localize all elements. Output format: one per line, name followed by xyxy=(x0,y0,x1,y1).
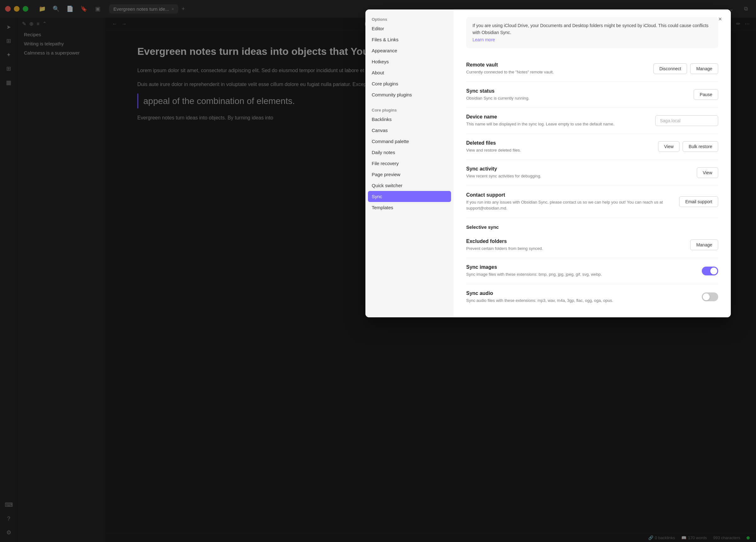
sidebar-item-about[interactable]: About xyxy=(365,67,454,78)
sync-images-title: Sync images xyxy=(466,264,696,270)
sidebar-item-quick-switcher[interactable]: Quick switcher xyxy=(365,180,454,191)
sync-images-info: Sync images Sync image files with these … xyxy=(466,264,696,278)
toggle-knob xyxy=(710,267,717,275)
contact-support-info: Contact support If you run into any issu… xyxy=(466,192,673,211)
sync-audio-row: Sync audio Sync audio files with these e… xyxy=(466,284,718,310)
dialog-overlay: × Options Editor Files & Links Appearanc… xyxy=(0,0,756,542)
remote-vault-title: Remote vault xyxy=(466,62,647,68)
sidebar-item-file-recovery[interactable]: File recovery xyxy=(365,158,454,169)
sync-activity-actions: View xyxy=(697,167,718,178)
sidebar-item-canvas[interactable]: Canvas xyxy=(365,125,454,136)
sidebar-item-core-plugins[interactable]: Core plugins xyxy=(365,78,454,89)
info-banner: If you are using iCloud Drive, your Docu… xyxy=(466,17,718,48)
selective-sync-heading: Selective sync xyxy=(466,218,718,232)
sidebar-item-appearance[interactable]: Appearance xyxy=(365,45,454,56)
remote-vault-row: Remote vault Currently connected to the … xyxy=(466,56,718,82)
sidebar-item-daily-notes[interactable]: Daily notes xyxy=(365,147,454,158)
core-plugins-section-label: Core plugins xyxy=(365,105,454,114)
remote-vault-desc: Currently connected to the "Notes" remot… xyxy=(466,69,647,75)
sync-audio-actions xyxy=(702,293,718,301)
dialog-close-button[interactable]: × xyxy=(716,14,725,23)
device-name-row: Device name This name will be displayed … xyxy=(466,108,718,134)
sync-audio-title: Sync audio xyxy=(466,291,696,296)
dialog-main: If you are using iCloud Drive, your Docu… xyxy=(454,9,731,317)
excluded-folders-title: Excluded folders xyxy=(466,238,684,244)
sync-status-desc: Obsidian Sync is currently running. xyxy=(466,95,687,101)
contact-support-desc: If you run into any issues with Obsidian… xyxy=(466,199,673,211)
settings-dialog: × Options Editor Files & Links Appearanc… xyxy=(365,9,731,317)
view-deleted-button[interactable]: View xyxy=(658,141,679,152)
sidebar-item-community-plugins[interactable]: Community plugins xyxy=(365,89,454,100)
sync-status-info: Sync status Obsidian Sync is currently r… xyxy=(466,88,687,101)
sync-images-desc: Sync image files with these extensions: … xyxy=(466,271,696,278)
contact-support-actions: Email support xyxy=(679,196,718,207)
sync-status-row: Sync status Obsidian Sync is currently r… xyxy=(466,82,718,108)
device-name-actions xyxy=(655,115,718,126)
device-name-info: Device name This name will be displayed … xyxy=(466,114,649,127)
manage-folders-button[interactable]: Manage xyxy=(690,239,718,250)
sidebar-item-editor[interactable]: Editor xyxy=(365,23,454,34)
disconnect-button[interactable]: Disconnect xyxy=(653,63,687,74)
sync-activity-info: Sync activity View recent sync activitie… xyxy=(466,166,690,179)
sidebar-item-templates[interactable]: Templates xyxy=(365,202,454,213)
sync-activity-row: Sync activity View recent sync activitie… xyxy=(466,160,718,186)
excluded-folders-info: Excluded folders Prevent certain folders… xyxy=(466,238,684,252)
sync-audio-info: Sync audio Sync audio files with these e… xyxy=(466,291,696,304)
deleted-files-row: Deleted files View and restore deleted f… xyxy=(466,134,718,160)
device-name-desc: This name will be displayed in the sync … xyxy=(466,121,649,127)
deleted-files-title: Deleted files xyxy=(466,140,652,146)
excluded-folders-desc: Prevent certain folders from being synce… xyxy=(466,245,684,252)
sync-audio-toggle[interactable] xyxy=(702,293,718,301)
sidebar-item-files-links[interactable]: Files & Links xyxy=(365,34,454,45)
remote-vault-info: Remote vault Currently connected to the … xyxy=(466,62,647,75)
dialog-sidebar: Options Editor Files & Links Appearance … xyxy=(365,9,454,317)
excluded-folders-row: Excluded folders Prevent certain folders… xyxy=(466,232,718,258)
toggle-knob-audio xyxy=(703,294,710,300)
sync-activity-desc: View recent sync activities for debuggin… xyxy=(466,173,690,179)
pause-button[interactable]: Pause xyxy=(694,89,718,100)
excluded-folders-actions: Manage xyxy=(690,239,718,250)
sync-activity-title: Sync activity xyxy=(466,166,690,172)
learn-more-link[interactable]: Learn more xyxy=(473,37,495,42)
sync-images-row: Sync images Sync image files with these … xyxy=(466,258,718,284)
manage-vault-button[interactable]: Manage xyxy=(690,63,718,74)
sidebar-item-sync[interactable]: Sync xyxy=(368,191,451,202)
view-activity-button[interactable]: View xyxy=(697,167,718,178)
sidebar-item-page-preview[interactable]: Page preview xyxy=(365,169,454,180)
sync-audio-desc: Sync audio files with these extensions: … xyxy=(466,298,696,304)
bulk-restore-button[interactable]: Bulk restore xyxy=(683,141,718,152)
remote-vault-actions: Disconnect Manage xyxy=(653,63,718,74)
sync-images-actions xyxy=(702,266,718,276)
sync-images-toggle[interactable] xyxy=(702,266,718,276)
device-name-input[interactable] xyxy=(655,115,718,126)
email-support-button[interactable]: Email support xyxy=(679,196,718,207)
contact-support-title: Contact support xyxy=(466,192,673,198)
deleted-files-actions: View Bulk restore xyxy=(658,141,718,152)
sidebar-item-hotkeys[interactable]: Hotkeys xyxy=(365,56,454,67)
sidebar-item-command-palette[interactable]: Command palette xyxy=(365,136,454,147)
deleted-files-desc: View and restore deleted files. xyxy=(466,147,652,153)
sync-status-actions: Pause xyxy=(694,89,718,100)
sync-status-title: Sync status xyxy=(466,88,687,94)
contact-support-row: Contact support If you run into any issu… xyxy=(466,186,718,218)
sidebar-item-backlinks[interactable]: Backlinks xyxy=(365,114,454,125)
device-name-title: Device name xyxy=(466,114,649,120)
options-section-label: Options xyxy=(365,14,454,23)
deleted-files-info: Deleted files View and restore deleted f… xyxy=(466,140,652,153)
info-text: If you are using iCloud Drive, your Docu… xyxy=(473,23,708,35)
